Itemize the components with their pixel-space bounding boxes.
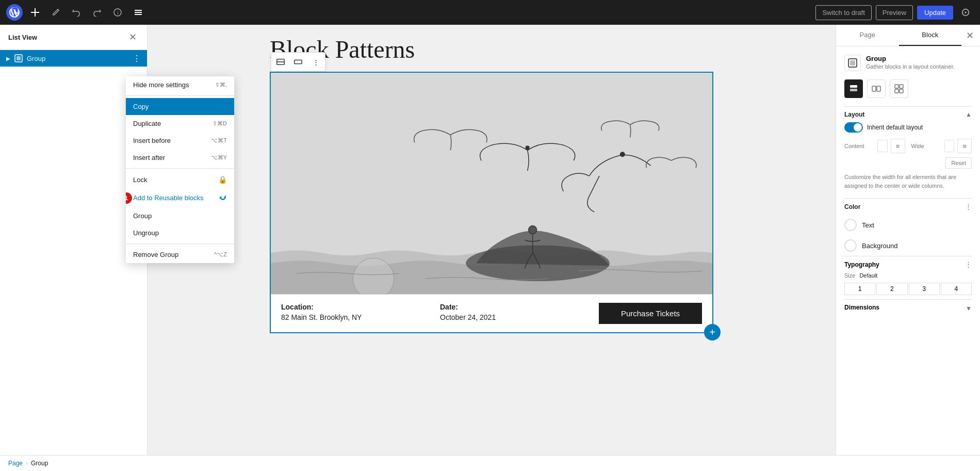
duplicate-menu-item[interactable]: Duplicate ⇧⌘D: [126, 115, 234, 132]
dimensions-section: Dimensions ▼: [844, 299, 972, 321]
group-menu-item[interactable]: Group: [126, 207, 234, 224]
size-3-button[interactable]: 3: [909, 283, 940, 295]
layout-grid-button[interactable]: [890, 79, 908, 98]
settings-icon[interactable]: [957, 4, 974, 21]
wide-label: Wide: [911, 143, 942, 149]
remove-group-menu-item[interactable]: Remove Group ^⌥Z: [126, 246, 234, 263]
text-color-option[interactable]: Text: [844, 215, 972, 235]
layout-section-header[interactable]: Layout ▲: [844, 106, 972, 122]
date-label: Date:: [440, 303, 589, 311]
layout-section: Layout ▲ Inherit default layout Content …: [844, 106, 972, 190]
inherit-layout-toggle[interactable]: [844, 122, 863, 133]
typography-dots[interactable]: ⋮: [965, 261, 972, 268]
add-block-button[interactable]: +: [704, 324, 721, 340]
block-toolbar: ⋮: [271, 52, 325, 72]
copy-menu-item[interactable]: Copy: [126, 98, 234, 115]
info-button[interactable]: i: [109, 4, 126, 21]
add-block-button[interactable]: [27, 4, 43, 21]
editor-area[interactable]: Block Patterns ⋮: [148, 25, 836, 455]
svg-rect-24: [895, 89, 899, 93]
list-view-panel: List View ✕ ▶ Group ⋮ Hide more settings…: [0, 25, 148, 455]
wide-align-button[interactable]: ≡: [957, 139, 972, 153]
content-width-row: Content px ≡ Wide px ≡: [844, 139, 972, 153]
main-layout: List View ✕ ▶ Group ⋮ Hide more settings…: [0, 25, 980, 455]
menu-divider-2: [126, 168, 234, 169]
layout-desc: Customize the width for all elements tha…: [844, 173, 972, 190]
content-input-field[interactable]: [878, 140, 888, 152]
content-align-button[interactable]: ≡: [891, 139, 905, 153]
add-reusable-menu-item[interactable]: 1 Add to Reusable blocks: [126, 188, 234, 207]
layout-stack-button[interactable]: [844, 79, 863, 98]
right-panel-body: Group Gather blocks in a layout containe…: [836, 46, 980, 455]
lock-menu-item[interactable]: Lock 🔒: [126, 171, 234, 188]
panel-block-icon: [844, 55, 861, 71]
svg-point-15: [529, 226, 537, 234]
size-buttons: 1 2 3 4: [844, 283, 972, 295]
group-item-label: Group: [27, 55, 133, 62]
wide-input[interactable]: px: [944, 140, 955, 152]
svg-rect-19: [850, 89, 857, 91]
list-view-button[interactable]: [130, 4, 146, 21]
hide-settings-shortcut: ⇧⌘,: [215, 82, 227, 88]
switch-to-draft-button[interactable]: Switch to draft: [815, 5, 871, 20]
lock-icon: 🔒: [218, 175, 227, 184]
page-title: Block Patterns: [270, 35, 713, 63]
size-2-button[interactable]: 2: [876, 283, 907, 295]
svg-rect-22: [895, 85, 899, 88]
duplicate-shortcut: ⇧⌘D: [213, 120, 227, 127]
svg-point-13: [620, 152, 625, 157]
purchase-tickets-button[interactable]: Purchase Tickets: [599, 303, 702, 324]
size-label: Size: [844, 272, 855, 279]
insert-after-shortcut: ⌥⌘Y: [211, 154, 227, 161]
insert-before-menu-item[interactable]: Insert before ⌥⌘T: [126, 132, 234, 149]
editor-content: Block Patterns ⋮: [270, 35, 713, 445]
toolbar-align-button[interactable]: [272, 54, 289, 70]
size-1-button[interactable]: 1: [844, 283, 875, 295]
wp-logo-icon[interactable]: [6, 4, 23, 21]
insert-after-menu-item[interactable]: Insert after ⌥⌘Y: [126, 149, 234, 166]
reset-button[interactable]: Reset: [945, 157, 972, 169]
block-footer: Location: 82 Main St. Brooklyn, NY Date:…: [271, 295, 712, 332]
preview-button[interactable]: Preview: [876, 5, 913, 20]
content-input[interactable]: px: [877, 140, 888, 152]
right-panel-tabs: Page Block ✕: [836, 25, 980, 46]
illustration-svg: [271, 73, 712, 295]
list-view-group-item[interactable]: ▶ Group ⋮: [0, 50, 147, 67]
svg-point-14: [526, 145, 530, 150]
menu-divider-3: [126, 243, 234, 244]
svg-rect-21: [877, 86, 880, 91]
color-section-title: Color: [844, 203, 860, 210]
group-item-dots[interactable]: ⋮: [133, 54, 141, 63]
color-section-header[interactable]: Color ⋮: [844, 198, 972, 215]
color-section-dots[interactable]: ⋮: [965, 203, 972, 210]
block-container[interactable]: ⋮: [270, 72, 713, 333]
edit-mode-icon[interactable]: [47, 4, 64, 21]
tab-page[interactable]: Page: [836, 25, 899, 46]
layout-row-button[interactable]: [867, 79, 886, 98]
toolbar-more-options[interactable]: ⋮: [307, 54, 324, 70]
wide-input-field[interactable]: [945, 140, 955, 152]
toggle-thumb: [854, 123, 862, 132]
dimensions-header[interactable]: Dimensions ▼: [844, 304, 972, 313]
breadcrumb-page[interactable]: Page: [8, 460, 23, 467]
list-view-close-button[interactable]: ✕: [126, 31, 139, 43]
size-row: Size Default: [844, 272, 972, 279]
layout-toggle-icon: ▲: [966, 111, 972, 118]
dimensions-toggle-icon: ▼: [966, 305, 972, 312]
hide-settings-menu-item[interactable]: Hide more settings ⇧⌘,: [126, 76, 234, 93]
redo-button[interactable]: [89, 4, 105, 21]
background-color-option[interactable]: Background: [844, 235, 972, 256]
right-panel-close-button[interactable]: ✕: [961, 27, 978, 44]
layout-icons: [844, 79, 972, 98]
size-4-button[interactable]: 4: [941, 283, 972, 295]
breadcrumb: Page › Group: [0, 455, 980, 471]
breadcrumb-group: Group: [31, 460, 48, 467]
update-button[interactable]: Update: [917, 6, 953, 20]
svg-rect-9: [295, 60, 302, 63]
toolbar-align-center-button[interactable]: [290, 54, 306, 70]
svg-rect-20: [872, 86, 876, 91]
undo-button[interactable]: [68, 4, 85, 21]
toggle-label: Inherit default layout: [867, 124, 923, 131]
ungroup-menu-item[interactable]: Ungroup: [126, 224, 234, 241]
tab-block[interactable]: Block: [899, 25, 962, 46]
